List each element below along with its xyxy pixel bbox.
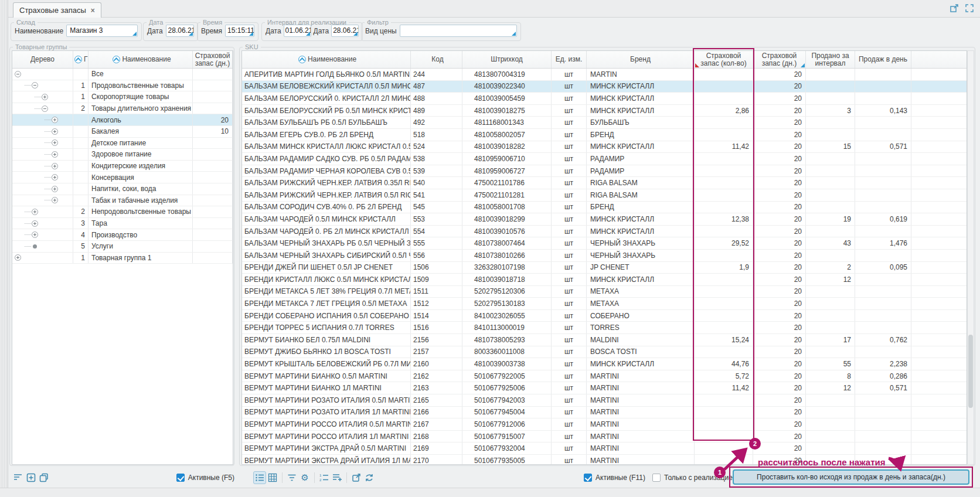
tree-expander-cell[interactable] bbox=[12, 253, 73, 264]
sku-row[interactable]: БРЕНДИ ТОРРЕС 5 ИСПАНИЯ 0.7Л TORRES 1516… bbox=[242, 322, 967, 334]
tree-expand-icon[interactable] bbox=[52, 174, 58, 181]
sku-row[interactable]: ВЕРМУТ ДЖИБО БЬЯНКО 1Л BOSCA TOSTI 2157 … bbox=[242, 346, 967, 359]
tree-expand-icon[interactable] bbox=[32, 232, 38, 238]
column-header-tree[interactable]: Дерево bbox=[12, 51, 73, 68]
tree-expander-cell[interactable] bbox=[12, 149, 73, 160]
sku-row[interactable]: ВЕРМУТ МАРТИНИ РОССО ИТАЛИЯ 0.5Л MARTINI… bbox=[242, 418, 967, 431]
date-input[interactable]: 28.06.21 bbox=[166, 25, 194, 37]
tree-expand-icon[interactable] bbox=[52, 151, 58, 158]
column-header-group-days[interactable]: Страховой запас (дн.) bbox=[193, 51, 233, 68]
sku-row[interactable]: ВЕРМУТ МАРТИНИ РОССО ИТАЛИЯ 1Л MARTINI 2… bbox=[242, 431, 967, 443]
tree-expand-icon[interactable] bbox=[32, 82, 38, 88]
tree-expander-cell[interactable] bbox=[12, 80, 73, 91]
tree-row[interactable]: 4 Производство bbox=[12, 229, 233, 241]
add-list-icon[interactable] bbox=[331, 471, 343, 484]
tree-expander-cell[interactable] bbox=[12, 183, 73, 195]
grid-view-icon[interactable] bbox=[266, 471, 279, 484]
refresh-icon[interactable] bbox=[363, 471, 376, 484]
sku-row[interactable]: БАЛЬЗАМ ЧАРОДЕЙ 0.5Л МИНСК КРИСТАЛЛ 553 … bbox=[242, 213, 967, 226]
sku-row[interactable]: ВЕРМУТ МАРТИНИ РОЗАТО ИТАЛИЯ 0.5Л MARTIN… bbox=[242, 394, 967, 407]
tree-row[interactable]: 2 Непродовольтсвенные товары bbox=[12, 206, 233, 218]
sku-row[interactable]: БРЕНДИ СОБЕРАНО ИСПАНИЯ 0.5Л СОБЕРАНО 15… bbox=[242, 310, 967, 322]
tree-expander-cell[interactable] bbox=[12, 172, 73, 183]
sku-row[interactable]: БАЛЬЗАМ БЕЛОВЕЖСКИЙ КРИСТАЛЛ 0.5Л МИНСК … bbox=[242, 81, 967, 93]
tree-row[interactable]: Табак и табачные изделия bbox=[12, 195, 233, 207]
tree-row[interactable]: 2 Товары длительного хранения bbox=[12, 103, 233, 115]
tree-expand-icon[interactable] bbox=[52, 163, 58, 169]
fill-qty-button[interactable]: Проставить кол-во исходя из продаж в ден… bbox=[733, 469, 969, 485]
sku-row[interactable]: БАЛЬЗАМ РАДАМИР САДКО СУВ. РБ 0.5Л РАДАМ… bbox=[242, 153, 967, 165]
tree-expand-icon[interactable] bbox=[52, 186, 58, 192]
column-header-order[interactable]: Г bbox=[73, 51, 89, 68]
interval-from-input[interactable]: 01.06.21 bbox=[284, 25, 311, 37]
tree-row[interactable]: 1 Скоропортящие товары bbox=[12, 91, 233, 103]
tree-expand-icon[interactable] bbox=[52, 139, 58, 146]
sku-row[interactable]: БАЛЬЗАМ БЕЛОРУССКИЙ 0. КРИСТАЛЛ 2Л МИНСК… bbox=[242, 93, 967, 105]
tree-expand-icon[interactable] bbox=[52, 128, 58, 135]
add-square-icon[interactable] bbox=[25, 471, 38, 484]
tab-safety-stocks[interactable]: Страховые запасы × bbox=[13, 2, 101, 18]
sku-row[interactable]: БАЛЬЗАМ РИЖСКИЙ ЧЕРН.КЕР. ЛАТВИЯ 0.5Л RI… bbox=[242, 189, 967, 202]
tree-expander-cell[interactable] bbox=[12, 69, 73, 80]
sku-row[interactable]: БАЛЬЗАМ ЧЕРНЫЙ ЗНАХАРЬ СИБИРСКИЙ 0.5Л ЧЕ… bbox=[242, 250, 967, 262]
sku-row[interactable]: ВЕРМУТ КРЫШТАЛЬ БЕЛОВЕЖСКИЙ РБ 0.7Л МИНС… bbox=[242, 358, 967, 370]
active-f11-checkbox[interactable] bbox=[584, 474, 592, 482]
tree-expander-cell[interactable] bbox=[12, 91, 73, 103]
tree-expander-cell[interactable] bbox=[12, 138, 73, 149]
tree-expand-icon[interactable] bbox=[15, 71, 21, 77]
tree-row[interactable]: 1 Товарная группа 1 bbox=[12, 253, 233, 264]
gear-icon[interactable]: ⚙ bbox=[298, 471, 311, 484]
column-header-per-day[interactable]: Продаж в день bbox=[855, 51, 911, 68]
tree-expand-icon[interactable] bbox=[15, 254, 21, 261]
tree-expander-cell[interactable] bbox=[12, 206, 73, 217]
tree-expand-icon[interactable] bbox=[52, 117, 58, 123]
sku-row[interactable]: БРЕНДИ МЕТАКСА 7 ЛЕТ ГРЕЦИЯ 0.5Л МЕТАХА … bbox=[242, 298, 967, 310]
sku-row[interactable]: БАЛЬЗАМ ЕГЕРЬ СУВ.0. РБ 2Л БРЕНД 518 481… bbox=[242, 129, 967, 141]
open-new-window-icon[interactable] bbox=[950, 4, 959, 13]
list-view-icon[interactable] bbox=[253, 471, 266, 484]
interval-to-input[interactable]: 28.06.21 bbox=[331, 25, 359, 37]
tree-row[interactable]: 3 Тара bbox=[12, 218, 233, 230]
column-header-code[interactable]: Код bbox=[411, 51, 462, 68]
sku-row[interactable]: ВЕРМУТ БИАНКО БЕЛ 0.75Л MALDINI 2156 481… bbox=[242, 334, 967, 346]
tree-row[interactable]: Кондитерские изделия bbox=[12, 161, 233, 172]
sku-row[interactable]: ВЕРМУТ МАРТИНИ БИАНКО 0.5Л MARTINI 2162 … bbox=[242, 370, 967, 383]
tree-expander-cell[interactable] bbox=[12, 229, 73, 240]
open-external-icon[interactable] bbox=[350, 471, 363, 484]
tree-expand-icon[interactable] bbox=[42, 94, 48, 100]
tree-expand-icon[interactable] bbox=[42, 105, 48, 112]
column-header-brand[interactable]: Бренд bbox=[587, 51, 695, 68]
sku-row[interactable]: ВЕРМУТ МАРТИНИ ЭКСТРА ДРАЙ ИТАЛИЯ 1Л MAR… bbox=[242, 455, 967, 464]
filter-icon[interactable] bbox=[285, 471, 298, 484]
column-header-group-name[interactable]: Наименование bbox=[89, 51, 193, 68]
tree-row[interactable]: Консервация bbox=[12, 172, 233, 183]
tree-row[interactable]: 5 Услуги bbox=[12, 241, 233, 253]
tree-row[interactable]: Бакалея 10 bbox=[12, 126, 233, 138]
tree-expander-cell[interactable] bbox=[12, 218, 73, 229]
tree-expander-cell[interactable] bbox=[12, 195, 73, 206]
sku-row[interactable]: БАЛЬЗАМ МИНСК КРИСТАЛЛ ЛЮКС КРИСТАЛ 0.5Л… bbox=[242, 141, 967, 154]
sku-row[interactable]: ВЕРМУТ МАРТИНИ ЭКСТРА ДРАЙ 0.5Л MARTINI … bbox=[242, 442, 967, 455]
warehouse-name-input[interactable]: Магазин 3 bbox=[66, 25, 138, 37]
column-header-barcode[interactable]: Штрихкод bbox=[462, 51, 552, 68]
sku-row[interactable]: БАЛЬЗАМ РАДАМИР ЧЕРНАЯ КОРОЛЕВА СУВ 0.5Л… bbox=[242, 165, 967, 178]
tree-expander-cell[interactable] bbox=[12, 103, 73, 114]
tree-row[interactable]: Напитки, соки, вода bbox=[12, 183, 233, 195]
sku-row[interactable]: БАЛЬЗАМ ЧАРОДЕЙ 0. РБ 2Л МИНСК КРИСТАЛЛ … bbox=[242, 226, 967, 238]
tree-expand-icon[interactable] bbox=[32, 220, 38, 227]
sku-row[interactable]: БАЛЬЗАМ БЕЛОРУССКИЙ РБ 0.5Л МИНСК КРИСТА… bbox=[242, 105, 967, 117]
sku-row[interactable]: БАЛЬЗАМ БУЛЬБАШЪ РБ 0.5Л БУЛЬБАШЪ 492 48… bbox=[242, 117, 967, 129]
tree-expander-cell[interactable] bbox=[12, 114, 73, 125]
only-with-sales-checkbox[interactable] bbox=[652, 474, 661, 482]
active-f5-checkbox[interactable] bbox=[176, 474, 185, 482]
vertical-scrollbar[interactable] bbox=[967, 50, 974, 465]
column-header-sold[interactable]: Продано за интервал bbox=[806, 51, 855, 68]
sku-row[interactable]: АПЕРИТИВ МАРТИН ГОЛД БЬЯНКО 0.5Л MARTIN … bbox=[242, 69, 967, 81]
sku-row[interactable]: БРЕНДИ КРИСТАЛЛ ЛЮКС 0.5Л МИНСК КРИСТАЛЛ… bbox=[242, 274, 967, 286]
sku-row[interactable]: БРЕНДИ МЕТАКСА 5 ЛЕТ 38% ГРЕЦИЯ 0.7Л МЕТ… bbox=[242, 286, 967, 298]
tree-row[interactable]: Все bbox=[12, 69, 233, 80]
sort-lines-icon[interactable] bbox=[12, 471, 25, 484]
column-header-stock-qty[interactable]: Страховой запас (кол-во) bbox=[695, 51, 753, 68]
collapsed-splitter[interactable] bbox=[0, 0, 8, 497]
tree-expander-cell[interactable] bbox=[12, 241, 73, 252]
